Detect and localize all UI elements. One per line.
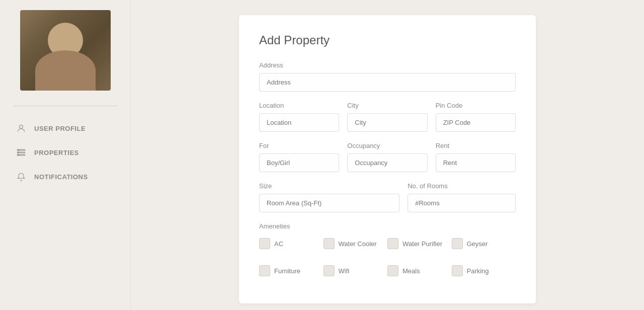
svg-rect-6 — [18, 154, 19, 156]
occupancy-label: Occupancy — [347, 142, 427, 149]
amenities-grid: AC Water Cooler Water Purifier Geyser Fu — [259, 238, 516, 285]
for-input[interactable] — [259, 153, 339, 172]
amenity-water-purifier-checkbox[interactable] — [387, 238, 398, 249]
sidebar-item-label: NOTIFICATIONS — [34, 173, 88, 181]
amenity-meals-checkbox[interactable] — [387, 265, 398, 276]
amenity-ac-checkbox[interactable] — [259, 238, 270, 249]
avatar — [20, 10, 111, 91]
sidebar: USER PROFILE PROPERTIES — [0, 0, 131, 310]
sidebar-item-properties[interactable]: PROPERTIES — [0, 140, 130, 165]
size-input[interactable] — [259, 194, 399, 212]
pin-code-label: Pin Code — [436, 102, 516, 109]
occupancy-group: Occupancy — [347, 142, 427, 172]
pin-code-group: Pin Code — [436, 102, 516, 132]
city-group: City — [347, 102, 427, 132]
amenity-ac-label: AC — [274, 240, 283, 248]
amenity-water-purifier-label: Water Purifier — [403, 240, 442, 248]
add-property-form: Add Property Address Location City Pin C… — [239, 15, 536, 303]
sidebar-item-notifications[interactable]: NOTIFICATIONS — [0, 165, 130, 189]
amenity-geyser: Geyser — [452, 238, 516, 249]
list-icon — [15, 146, 27, 159]
rent-label: Rent — [436, 142, 516, 149]
amenities-section: Ameneties AC Water Cooler Water Purifier… — [259, 222, 516, 285]
page-title: Add Property — [259, 33, 516, 47]
location-group: Location — [259, 102, 339, 132]
bell-icon — [15, 171, 27, 183]
amenity-parking-checkbox[interactable] — [452, 265, 463, 276]
location-input[interactable] — [259, 113, 339, 132]
svg-rect-5 — [18, 152, 19, 153]
person-icon — [15, 122, 27, 134]
rent-group: Rent — [436, 142, 516, 172]
size-group: Size — [259, 182, 399, 212]
amenity-parking: Parking — [452, 265, 516, 276]
amenity-meals-label: Meals — [403, 267, 420, 275]
amenity-geyser-label: Geyser — [467, 240, 488, 248]
size-label: Size — [259, 182, 399, 190]
sidebar-item-label: PROPERTIES — [34, 149, 79, 157]
address-group: Address — [259, 61, 516, 92]
sidebar-divider — [13, 106, 117, 106]
sidebar-item-label: USER PROFILE — [34, 125, 86, 132]
amenity-wifi-label: Wifi — [339, 267, 350, 275]
rent-input[interactable] — [436, 153, 516, 172]
main-content: Add Property Address Location City Pin C… — [131, 0, 644, 310]
for-row: For Occupancy Rent — [259, 142, 516, 172]
for-group: For — [259, 142, 339, 172]
city-input[interactable] — [347, 113, 427, 132]
amenity-water-cooler-label: Water Cooler — [339, 240, 377, 248]
amenity-geyser-checkbox[interactable] — [452, 238, 463, 249]
amenity-ac: AC — [259, 238, 324, 249]
amenity-wifi: Wifi — [324, 265, 388, 276]
amenity-furniture: Furniture — [259, 265, 324, 276]
sidebar-item-user-profile[interactable]: USER PROFILE — [0, 116, 130, 140]
amenity-furniture-label: Furniture — [274, 267, 300, 275]
amenity-water-purifier: Water Purifier — [387, 238, 452, 249]
amenity-wifi-checkbox[interactable] — [324, 265, 335, 276]
amenity-parking-label: Parking — [467, 267, 489, 275]
city-label: City — [347, 102, 427, 109]
address-input[interactable] — [259, 73, 516, 92]
svg-point-0 — [20, 125, 23, 128]
amenity-water-cooler-checkbox[interactable] — [324, 238, 335, 249]
address-label: Address — [259, 61, 516, 69]
pin-code-input[interactable] — [436, 113, 516, 132]
location-label: Location — [259, 102, 339, 109]
for-label: For — [259, 142, 339, 149]
amenities-title: Ameneties — [259, 222, 516, 230]
occupancy-input[interactable] — [347, 153, 427, 172]
amenity-meals: Meals — [387, 265, 452, 276]
location-row: Location City Pin Code — [259, 102, 516, 132]
svg-rect-4 — [18, 149, 19, 150]
rooms-group: No. of Rooms — [408, 182, 516, 212]
amenity-furniture-checkbox[interactable] — [259, 265, 270, 276]
rooms-input[interactable] — [408, 194, 516, 212]
rooms-label: No. of Rooms — [408, 182, 516, 190]
sidebar-nav: USER PROFILE PROPERTIES — [0, 116, 130, 189]
amenity-water-cooler: Water Cooler — [324, 238, 388, 249]
size-row: Size No. of Rooms — [259, 182, 516, 212]
